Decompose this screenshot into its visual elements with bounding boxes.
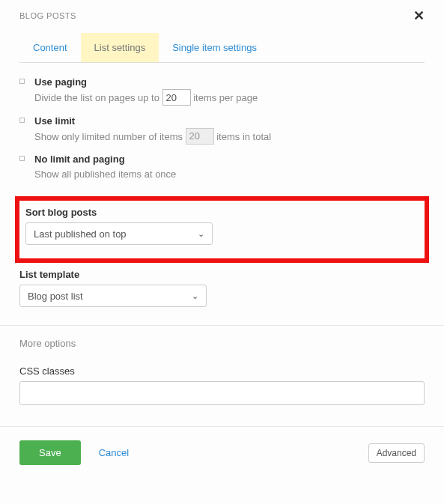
- template-label: List template: [19, 269, 425, 280]
- list-options: Use paging Divide the list on pages up t…: [19, 63, 425, 190]
- close-icon[interactable]: ✕: [413, 9, 425, 22]
- use-paging-desc: Divide the list on pages up to items per…: [34, 89, 425, 106]
- no-limit-title: No limit and paging: [34, 154, 425, 165]
- tab-single-item-settings[interactable]: Single item settings: [159, 33, 270, 62]
- paging-count-input[interactable]: [162, 89, 191, 106]
- sort-highlight: Sort blog posts Last published on top ⌄: [15, 196, 429, 263]
- template-select-value: Blog post list: [28, 291, 83, 302]
- tab-list-settings[interactable]: List settings: [81, 33, 159, 62]
- dialog-title: BLOG POSTS: [19, 11, 76, 20]
- sort-label: Sort blog posts: [25, 207, 419, 218]
- css-classes-input[interactable]: [19, 381, 425, 405]
- sort-select-value: Last published on top: [34, 228, 127, 240]
- css-classes-field: CSS classes: [19, 365, 425, 405]
- advanced-button[interactable]: Advanced: [368, 443, 425, 463]
- divider: [0, 325, 444, 326]
- option-use-limit[interactable]: Use limit Show only limited number of it…: [19, 111, 425, 150]
- use-paging-title: Use paging: [34, 76, 425, 88]
- footer-left: Save Cancel: [19, 440, 129, 465]
- use-paging-desc-pre: Divide the list on pages up to: [34, 92, 162, 103]
- dialog-header: BLOG POSTS ✕: [19, 9, 425, 22]
- option-use-paging[interactable]: Use paging Divide the list on pages up t…: [19, 72, 425, 111]
- css-classes-label: CSS classes: [19, 365, 425, 377]
- use-paging-desc-post: items per page: [191, 92, 258, 103]
- more-options-label: More options: [19, 338, 425, 349]
- no-limit-desc: Show all published items at once: [34, 166, 425, 183]
- cancel-link[interactable]: Cancel: [99, 447, 129, 458]
- tab-content[interactable]: Content: [19, 33, 81, 62]
- list-template-field: List template Blog post list ⌄: [19, 269, 425, 307]
- dialog-footer: Save Cancel Advanced: [0, 426, 444, 480]
- tabs: Content List settings Single item settin…: [19, 33, 425, 63]
- blog-posts-dialog: BLOG POSTS ✕ Content List settings Singl…: [0, 0, 444, 480]
- template-select[interactable]: Blog post list ⌄: [19, 285, 207, 307]
- limit-count-input[interactable]: [186, 128, 214, 145]
- use-limit-desc-post: items in total: [214, 130, 272, 142]
- chevron-down-icon: ⌄: [198, 229, 204, 239]
- use-limit-desc-pre: Show only limited number of items: [34, 130, 186, 142]
- use-limit-desc: Show only limited number of items items …: [34, 128, 425, 145]
- save-button[interactable]: Save: [19, 440, 81, 465]
- chevron-down-icon: ⌄: [192, 291, 198, 301]
- use-limit-title: Use limit: [34, 115, 425, 127]
- sort-select[interactable]: Last published on top ⌄: [25, 222, 213, 245]
- option-no-limit[interactable]: No limit and paging Show all published i…: [19, 149, 425, 187]
